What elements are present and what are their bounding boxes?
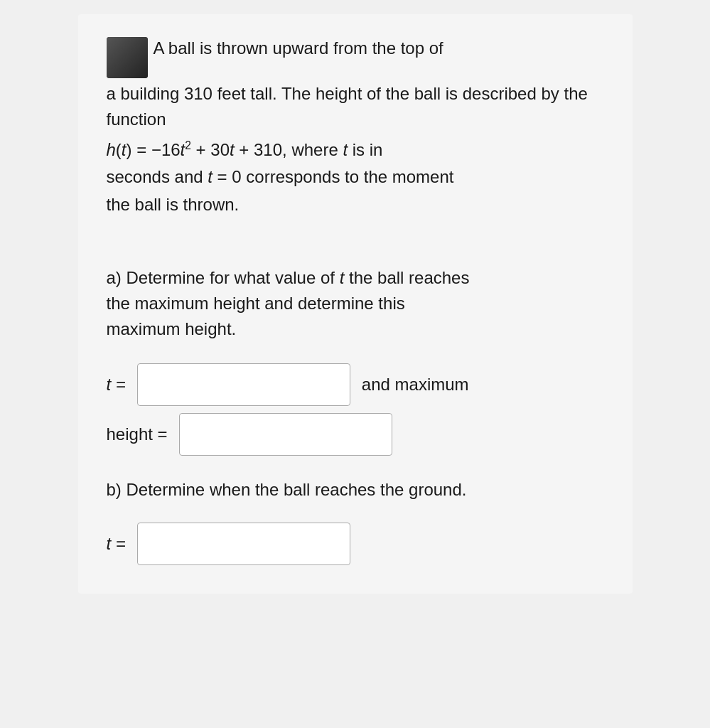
t-b-answer-row: t =	[107, 523, 604, 565]
problem-header: A ball is thrown upward from the top of	[107, 36, 604, 78]
part-b-label: b) Determine when the ball reaches the g…	[107, 477, 604, 503]
math-formula-2: seconds and t = 0 corresponds to the mom…	[107, 164, 604, 191]
problem-body: a building 310 feet tall. The height of …	[107, 81, 604, 132]
part-a-label: a) Determine for what value of t the bal…	[107, 240, 604, 342]
content-card: A ball is thrown upward from the top of …	[78, 14, 633, 594]
t-b-input[interactable]	[137, 523, 350, 565]
height-answer-row: height =	[107, 413, 604, 456]
part-b-section: b) Determine when the ball reaches the g…	[107, 477, 604, 565]
problem-intro: A ball is thrown upward from the top of	[154, 36, 443, 61]
and-maximum-text: and maximum	[362, 375, 469, 395]
t-answer-row: t = and maximum	[107, 363, 604, 406]
page-container: A ball is thrown upward from the top of …	[0, 0, 710, 728]
height-input[interactable]	[179, 413, 392, 456]
height-label: height =	[107, 424, 168, 444]
t-input[interactable]	[137, 363, 350, 406]
t-b-label: t =	[107, 534, 126, 554]
math-formula-3: the ball is thrown.	[107, 191, 604, 218]
math-formula: h(t) = −16t2 + 30t + 310, where t is in	[107, 136, 604, 164]
avatar	[107, 37, 148, 78]
t-label: t =	[107, 375, 126, 395]
